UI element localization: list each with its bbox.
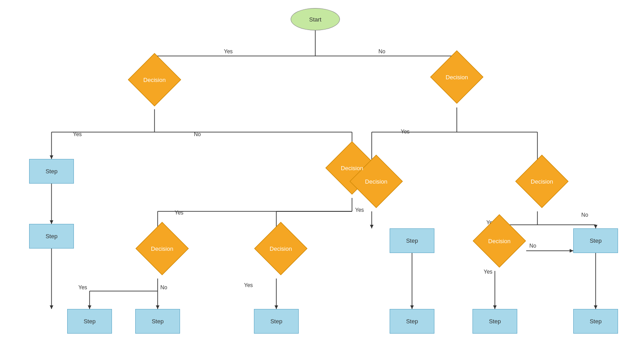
label-d3-yes: Yes bbox=[175, 210, 184, 216]
step2-node: Step bbox=[29, 224, 74, 249]
d8-node: Decision bbox=[472, 221, 526, 261]
d4-diamond bbox=[136, 222, 189, 275]
step3-label: Step bbox=[84, 318, 96, 325]
step1-label: Step bbox=[46, 168, 58, 175]
label-d2-yes: Yes bbox=[401, 129, 410, 135]
d5-node: Decision bbox=[254, 228, 308, 269]
label-d1-yes: Yes bbox=[73, 131, 82, 137]
step5-node: Step bbox=[254, 309, 299, 334]
svg-marker-41 bbox=[370, 225, 374, 228]
svg-marker-56 bbox=[594, 305, 597, 309]
d6-diamond bbox=[350, 155, 403, 208]
step6-label: Step bbox=[406, 237, 418, 244]
label-start-yes: Yes bbox=[224, 48, 233, 55]
svg-marker-17 bbox=[50, 305, 53, 309]
step4-node: Step bbox=[135, 309, 180, 334]
d1-diamond bbox=[128, 53, 181, 107]
start-node: Start bbox=[291, 8, 340, 30]
d8-diamond bbox=[473, 214, 526, 268]
step2-label: Step bbox=[46, 233, 58, 240]
svg-marker-32 bbox=[275, 305, 278, 309]
label-d6-yes: Yes bbox=[355, 207, 364, 213]
step9-label: Step bbox=[489, 318, 501, 325]
d7-diamond bbox=[515, 155, 569, 208]
d2-node: Decision bbox=[430, 57, 484, 97]
step7-node: Step bbox=[390, 309, 434, 334]
svg-marker-28 bbox=[88, 305, 91, 309]
step8-label: Step bbox=[590, 237, 602, 244]
step7-label: Step bbox=[406, 318, 418, 325]
start-label: Start bbox=[309, 16, 321, 23]
d2-diamond bbox=[430, 51, 484, 104]
svg-marker-52 bbox=[493, 305, 497, 309]
label-d7-no: No bbox=[581, 212, 588, 218]
d1-node: Decision bbox=[128, 60, 181, 100]
label-d1-no: No bbox=[194, 131, 201, 137]
d5-diamond bbox=[254, 222, 308, 275]
label-d8-yes: Yes bbox=[484, 269, 493, 275]
label-start-no: No bbox=[378, 48, 385, 55]
step5-label: Step bbox=[270, 318, 283, 325]
label-d8-no: No bbox=[529, 243, 536, 249]
svg-marker-50 bbox=[594, 225, 597, 228]
svg-marker-30 bbox=[156, 305, 159, 309]
svg-marker-43 bbox=[410, 305, 414, 309]
step3-node: Step bbox=[67, 309, 112, 334]
step6-node: Step bbox=[390, 228, 434, 253]
label-d5-yes: Yes bbox=[244, 282, 253, 288]
svg-marker-15 bbox=[50, 220, 53, 224]
step8-node: Step bbox=[573, 228, 618, 253]
d6-node: Decision bbox=[349, 161, 403, 202]
flowchart-canvas: Yes No Yes No Yes Yes Yes No Yes Yes Yes… bbox=[0, 0, 644, 356]
step9-node: Step bbox=[472, 309, 517, 334]
step10-label: Step bbox=[590, 318, 602, 325]
d4-node: Decision bbox=[135, 228, 189, 269]
label-d4-no: No bbox=[160, 284, 167, 291]
step1-node: Step bbox=[29, 159, 74, 184]
svg-marker-54 bbox=[570, 249, 573, 253]
d7-node: Decision bbox=[515, 161, 569, 202]
step10-node: Step bbox=[573, 309, 618, 334]
step4-label: Step bbox=[152, 318, 164, 325]
label-d4-yes: Yes bbox=[78, 284, 87, 291]
svg-marker-10 bbox=[50, 155, 53, 159]
